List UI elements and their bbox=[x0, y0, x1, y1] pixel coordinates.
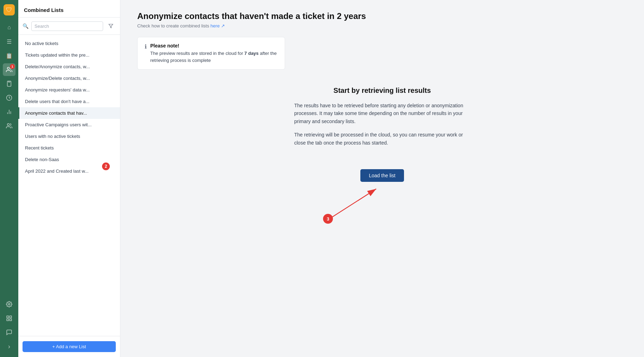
nav-list[interactable]: ☰ bbox=[3, 35, 15, 48]
svg-point-6 bbox=[7, 123, 10, 126]
filter-button[interactable] bbox=[106, 21, 116, 31]
sidebar-item-users-no-tickets[interactable]: Users with no active tickets bbox=[18, 130, 120, 142]
nav-clock[interactable] bbox=[3, 91, 15, 104]
nav-rail: 🛡 ⌂ ☰ 📋 1 › bbox=[0, 0, 18, 357]
main-content: Anonymize contacts that haven't made a t… bbox=[120, 0, 644, 357]
svg-text:3: 3 bbox=[327, 216, 329, 222]
page-title: Anonymize contacts that haven't made a t… bbox=[137, 11, 627, 21]
info-icon: ℹ bbox=[145, 43, 147, 50]
sidebar-item-recent-tickets[interactable]: Recent tickets bbox=[18, 142, 120, 154]
nav-home[interactable]: ⌂ bbox=[3, 21, 15, 34]
add-list-button[interactable]: + Add a new List bbox=[23, 341, 116, 352]
nav-clipboard[interactable] bbox=[3, 77, 15, 90]
sidebar-footer: + Add a new List bbox=[18, 336, 120, 357]
nav-document[interactable]: 📋 bbox=[3, 49, 15, 62]
svg-rect-9 bbox=[10, 316, 12, 318]
svg-rect-11 bbox=[7, 319, 8, 321]
annotation-arrow: 3 bbox=[322, 178, 399, 224]
sidebar-item-tickets-updated[interactable]: Tickets updated within the pre... bbox=[18, 49, 120, 61]
sidebar-search-container: 🔍 bbox=[18, 18, 120, 35]
nav-combined-lists[interactable]: 1 bbox=[3, 63, 15, 76]
search-input[interactable] bbox=[31, 21, 103, 31]
svg-line-14 bbox=[332, 189, 376, 217]
load-list-button[interactable]: Load the list bbox=[360, 169, 404, 182]
nav-chart[interactable] bbox=[3, 106, 15, 118]
sidebar-header: Combined Lists bbox=[18, 0, 120, 18]
sidebar-item-no-active-tickets[interactable]: No active tickets bbox=[18, 38, 120, 49]
nav-badge: 1 bbox=[10, 64, 15, 69]
svg-point-7 bbox=[8, 304, 10, 305]
notice-title: Please note! bbox=[150, 43, 278, 49]
center-paragraph-2: The retrieving will be processed in the … bbox=[294, 131, 470, 147]
load-button-area: Load the list 3 bbox=[360, 161, 404, 182]
nav-chat[interactable] bbox=[3, 326, 15, 339]
center-paragraph-1: The results have to be retrieved before … bbox=[294, 102, 470, 125]
sidebar-item-proactive-campaigns[interactable]: Proactive Campaigns users wit... bbox=[18, 119, 120, 130]
svg-marker-12 bbox=[109, 24, 113, 28]
sidebar-item-anonymize-contacts[interactable]: Anonymize contacts that hav... bbox=[18, 107, 120, 119]
svg-rect-10 bbox=[10, 319, 12, 321]
nav-settings[interactable] bbox=[3, 298, 15, 311]
svg-rect-1 bbox=[8, 81, 10, 82]
sidebar-item-anonymize-delete[interactable]: Anonymize/Delete contacts, w... bbox=[18, 72, 120, 84]
nav-grid[interactable] bbox=[3, 312, 15, 325]
sidebar-item-delete-users[interactable]: Delete users that don't have a... bbox=[18, 96, 120, 107]
sidebar-list: No active tickets Tickets updated within… bbox=[18, 35, 120, 336]
sidebar: Combined Lists 🔍 No active tickets Ticke… bbox=[18, 0, 120, 357]
nav-users[interactable] bbox=[3, 120, 15, 132]
notice-box: ℹ Please note! The preview results are s… bbox=[137, 37, 285, 70]
sidebar-item-delete-anonymize[interactable]: Delete/Anonymize contacts, w... bbox=[18, 61, 120, 72]
here-link[interactable]: here ↗ bbox=[210, 23, 225, 28]
page-subtitle: Check how to create combined lists here … bbox=[137, 23, 627, 28]
center-title: Start by retrieving list results bbox=[294, 87, 470, 95]
sidebar-item-anonymize-requesters[interactable]: Anonymize requesters' data w... bbox=[18, 84, 120, 96]
app-logo: 🛡 bbox=[4, 4, 15, 15]
svg-rect-8 bbox=[7, 316, 8, 318]
svg-point-15 bbox=[323, 214, 333, 224]
notice-text: The preview results are stored in the cl… bbox=[150, 50, 278, 64]
center-section: Start by retrieving list results The res… bbox=[294, 87, 470, 182]
search-icon: 🔍 bbox=[23, 23, 29, 29]
svg-point-0 bbox=[7, 67, 10, 69]
nav-collapse[interactable]: › bbox=[3, 340, 15, 353]
